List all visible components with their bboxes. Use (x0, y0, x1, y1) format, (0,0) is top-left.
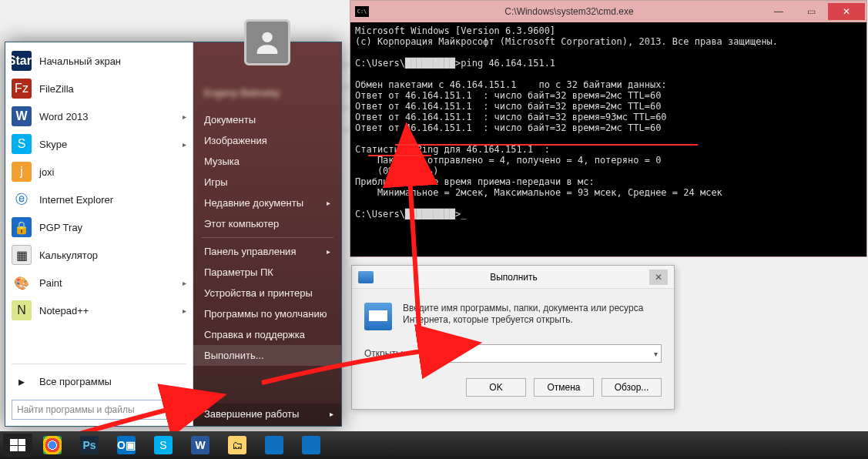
search-input[interactable]: Найти программы и файлы 🔍 (12, 400, 186, 420)
run-title: Выполнить (378, 272, 649, 283)
start-menu-item-label: Internet Explorer (39, 194, 186, 206)
start-menu-right-label: Панель управления (204, 246, 296, 257)
start-menu-right-label: Справка и поддержка (204, 329, 305, 340)
chevron-right-icon: ▸ (327, 247, 330, 256)
chevron-right-icon: ▸ (327, 199, 330, 207)
run-dialog: Выполнить ✕ Введите имя программы, папки… (351, 265, 675, 410)
start-menu: StartНачальный экранFzFileZillaWWord 201… (5, 42, 342, 427)
start-menu-item-label: PGP Tray (39, 222, 186, 233)
chevron-right-icon: ▸ (12, 371, 32, 391)
chevron-right-icon: ▸ (183, 112, 186, 121)
chevron-right-icon: ▸ (330, 410, 333, 418)
start-menu-right-item[interactable]: Недавние документы▸ (193, 193, 341, 213)
start-menu-right-item[interactable]: Этот компьютер (193, 213, 341, 234)
divider (201, 237, 333, 238)
chevron-right-icon: ▸ (183, 140, 186, 149)
shutdown-button[interactable]: Завершение работы ▸ (193, 404, 341, 426)
start-menu-item-label: FileZilla (39, 83, 186, 95)
chevron-right-icon: ▸ (183, 279, 186, 287)
start-menu-right-item[interactable]: Устройства и принтеры (193, 283, 341, 303)
start-menu-item-label: Paint (39, 277, 175, 289)
run-instruction: Введите имя программы, папки, документа … (403, 303, 662, 330)
start-menu-item-npp[interactable]: NNotepad++▸ (5, 297, 193, 324)
browse-button[interactable]: Обзор... (602, 378, 662, 397)
start-menu-item-joxi[interactable]: jjoxi (5, 158, 193, 186)
start-menu-right-item[interactable]: Параметры ПК (193, 262, 341, 283)
start-menu-item-paint[interactable]: 🎨Paint▸ (5, 269, 193, 297)
search-icon: 🔍 (169, 404, 181, 415)
start-menu-right-item[interactable]: Выполнить... (193, 345, 341, 366)
start-menu-right-item[interactable]: Музыка (193, 151, 341, 172)
taskbar-item-photoshop[interactable]: Ps (72, 434, 106, 457)
start-menu-right-label: Игры (204, 176, 228, 188)
start-menu-right-item[interactable]: Справка и поддержка (193, 324, 341, 345)
start-menu-right-label: Музыка (204, 156, 240, 167)
minimize-button[interactable]: — (763, 3, 794, 20)
start-menu-item-skype[interactable]: SSkype▸ (5, 130, 193, 158)
avatar[interactable] (244, 19, 290, 65)
start-menu-item-label: joxi (39, 166, 186, 178)
open-combobox[interactable]: cmd ▾ (420, 344, 662, 363)
cmd-output[interactable]: Microsoft Windows [Version 6.3.9600] (c)… (350, 22, 866, 223)
start-button[interactable] (3, 434, 32, 457)
chevron-right-icon: ▸ (183, 307, 186, 315)
start-menu-right-item[interactable]: Изображения (193, 130, 341, 151)
start-menu-right-label: Программы по умолчанию (204, 308, 327, 320)
cmd-titlebar[interactable]: C:\Windows\system32\cmd.exe — ▭ ✕ (350, 1, 866, 22)
taskbar-item-explorer[interactable]: 🗂 (220, 434, 254, 457)
start-menu-right-label: Устройства и принтеры (204, 287, 313, 299)
cmd-title: C:\Windows\system32\cmd.exe (375, 6, 763, 17)
start-menu-right-item[interactable]: Документы (193, 109, 341, 130)
start-menu-right-label: Недавние документы (204, 197, 303, 209)
open-label: Открыть: (364, 348, 414, 359)
start-menu-item-label: Калькулятор (39, 250, 186, 261)
ok-button[interactable]: OK (466, 378, 526, 397)
run-titlebar[interactable]: Выполнить ✕ (352, 266, 674, 289)
taskbar-item-outlook[interactable]: O▣ (109, 434, 143, 457)
svg-point-0 (262, 32, 272, 42)
start-menu-right-item[interactable]: Панель управления▸ (193, 241, 341, 262)
start-menu-left: StartНачальный экранFzFileZillaWWord 201… (5, 42, 193, 426)
start-menu-item-fz[interactable]: FzFileZilla (5, 75, 193, 102)
start-menu-right-label: Изображения (204, 135, 267, 146)
run-title-icon (358, 271, 374, 283)
all-programs-label: Все программы (39, 376, 186, 387)
taskbar: PsO▣SW🗂 (0, 431, 868, 459)
start-menu-item-calc[interactable]: ▦Калькулятор (5, 241, 193, 269)
taskbar-item-tile2[interactable] (294, 434, 328, 457)
all-programs[interactable]: ▸ Все программы (5, 367, 193, 395)
start-menu-right-item[interactable]: Программы по умолчанию (193, 303, 341, 324)
start-menu-right-label: Документы (204, 114, 256, 126)
windows-logo-icon (10, 439, 25, 451)
taskbar-item-tile1[interactable] (257, 434, 291, 457)
shutdown-label: Завершение работы (204, 408, 299, 420)
close-button[interactable]: ✕ (649, 270, 668, 285)
cancel-button[interactable]: Отмена (534, 378, 594, 397)
taskbar-item-skype[interactable]: S (146, 434, 180, 457)
start-menu-item-label: Skype (39, 139, 175, 150)
taskbar-item-word[interactable]: W (183, 434, 217, 457)
start-menu-right-label: Этот компьютер (204, 218, 279, 230)
start-menu-item-pgp[interactable]: 🔒PGP Tray (5, 213, 193, 241)
start-menu-item-label: Notepad++ (39, 305, 175, 317)
start-menu-item-word[interactable]: WWord 2013▸ (5, 102, 193, 130)
start-menu-item-label: Word 2013 (39, 111, 175, 122)
cmd-window: C:\Windows\system32\cmd.exe — ▭ ✕ Micros… (350, 0, 867, 257)
divider (12, 364, 186, 364)
close-button[interactable]: ✕ (828, 3, 865, 20)
start-menu-item-ie[interactable]: ⓔInternet Explorer (5, 186, 193, 213)
start-menu-right-label: Выполнить... (204, 350, 264, 361)
cmd-icon (355, 6, 369, 17)
start-menu-item-start[interactable]: StartНачальный экран (5, 47, 193, 75)
search-placeholder: Найти программы и файлы (17, 404, 135, 415)
chevron-down-icon: ▾ (654, 350, 658, 358)
taskbar-item-chrome[interactable] (35, 434, 69, 457)
user-icon (252, 27, 283, 58)
user-name[interactable]: Evgeny Belinskiy (193, 81, 341, 109)
run-icon (364, 303, 392, 330)
start-menu-right-label: Параметры ПК (204, 266, 273, 278)
open-value: cmd (424, 348, 441, 359)
maximize-button[interactable]: ▭ (796, 3, 826, 20)
start-menu-right: Evgeny Belinskiy ДокументыИзображенияМуз… (193, 42, 341, 426)
start-menu-right-item[interactable]: Игры (193, 172, 341, 193)
